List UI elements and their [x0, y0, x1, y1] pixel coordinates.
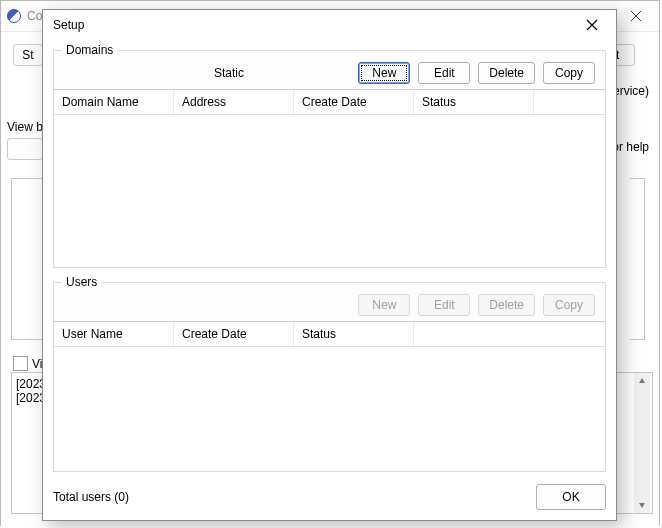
- users-toolbar: New Edit Delete Copy: [54, 283, 605, 321]
- domains-table-header: Domain Name Address Create Date Status: [54, 90, 605, 115]
- domains-edit-button[interactable]: Edit: [418, 62, 470, 84]
- domains-new-button[interactable]: New: [358, 62, 410, 84]
- log-scrollbar[interactable]: [634, 373, 650, 513]
- domains-table: Domain Name Address Create Date Status: [54, 89, 605, 265]
- domains-col-spacer: [534, 90, 605, 114]
- users-edit-button[interactable]: Edit: [418, 294, 470, 316]
- users-copy-button[interactable]: Copy: [543, 294, 595, 316]
- domains-col-addr[interactable]: Address: [174, 90, 294, 114]
- domains-mode-label: Static: [64, 66, 244, 80]
- scroll-up-icon[interactable]: [634, 373, 650, 389]
- users-table-body[interactable]: [54, 347, 605, 467]
- dialog-close-button[interactable]: [570, 11, 614, 39]
- close-button[interactable]: [613, 1, 659, 31]
- users-table-header: User Name Create Date Status: [54, 322, 605, 347]
- domains-table-body[interactable]: [54, 115, 605, 265]
- parent-help-hint: or help: [612, 140, 649, 154]
- domains-delete-button[interactable]: Delete: [478, 62, 535, 84]
- domains-toolbar: Static New Edit Delete Copy: [54, 51, 605, 89]
- parent-toolbar-left-button[interactable]: St: [13, 44, 43, 66]
- app-icon: [7, 9, 21, 23]
- users-new-button[interactable]: New: [358, 294, 410, 316]
- ok-button[interactable]: OK: [536, 484, 606, 510]
- users-delete-button[interactable]: Delete: [478, 294, 535, 316]
- scroll-down-icon[interactable]: [634, 497, 650, 513]
- dialog-title: Setup: [53, 18, 570, 32]
- total-users-label: Total users (0): [53, 490, 536, 504]
- setup-dialog: Setup Domains Static New Edit Delete Cop…: [42, 9, 617, 521]
- users-col-date[interactable]: Create Date: [174, 322, 294, 346]
- users-legend: Users: [62, 275, 101, 289]
- parent-service-hint: ervice): [613, 84, 649, 98]
- domains-group: Domains Static New Edit Delete Copy Doma…: [53, 50, 606, 268]
- checkbox-box[interactable]: [13, 356, 28, 371]
- users-group: Users New Edit Delete Copy User Name Cre…: [53, 282, 606, 472]
- view-by-control[interactable]: [7, 138, 43, 160]
- close-icon: [586, 19, 598, 31]
- users-col-spacer: [414, 322, 605, 346]
- domains-col-status[interactable]: Status: [414, 90, 534, 114]
- users-col-name[interactable]: User Name: [54, 322, 174, 346]
- domains-col-name[interactable]: Domain Name: [54, 90, 174, 114]
- users-table: User Name Create Date Status: [54, 321, 605, 467]
- domains-copy-button[interactable]: Copy: [543, 62, 595, 84]
- users-col-status[interactable]: Status: [294, 322, 414, 346]
- address-panel-left: [11, 178, 44, 340]
- domains-col-date[interactable]: Create Date: [294, 90, 414, 114]
- dialog-titlebar: Setup: [43, 10, 616, 40]
- dialog-footer: Total users (0) OK: [43, 484, 616, 520]
- address-panel-right: [630, 178, 645, 340]
- domains-legend: Domains: [62, 43, 117, 57]
- dialog-body: Domains Static New Edit Delete Copy Doma…: [43, 40, 616, 484]
